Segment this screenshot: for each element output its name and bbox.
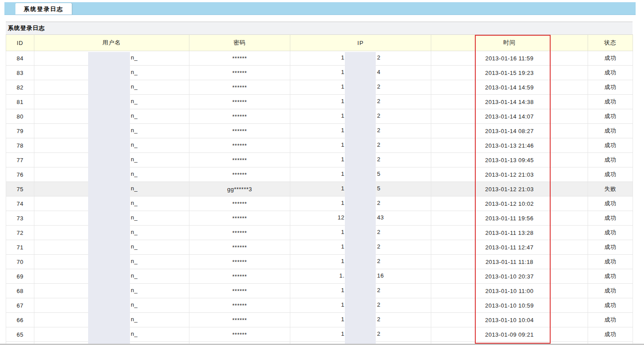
top-tab-bar: 系统登录日志 (4, 2, 636, 15)
username-visible-text: n_ (131, 153, 137, 166)
cell-status: 成功 (588, 51, 633, 66)
cell-password: ****** (189, 284, 290, 298)
ip-prefix-text: 1 (341, 298, 344, 312)
cell-status: 成功 (588, 269, 633, 284)
ip-suffix-text: 16 (377, 269, 384, 282)
cell-status: 成功 (588, 95, 633, 109)
ip-suffix-text: 2 (377, 240, 381, 253)
table-header-row: ID用户名密码IP时间状态 (6, 35, 633, 51)
cell-status: 成功 (588, 226, 633, 240)
cell-status: 成功 (588, 153, 633, 167)
ip-prefix-text: 1 (341, 197, 344, 210)
cell-id: 73 (6, 211, 34, 226)
cell-ip: 12 (290, 124, 431, 138)
ip-suffix-text: 2 (377, 327, 381, 341)
cell-time: 2013-01-10 20:37 (431, 269, 588, 284)
login-log-panel: 系统登录日志 ID用户名密码IP时间状态 84n_******122013-01… (6, 22, 633, 345)
cell-password: gg******3 (189, 182, 290, 197)
table-row: 77n_******122013-01-13 09:45成功 (6, 153, 633, 167)
cell-id: 82 (6, 80, 34, 95)
ip-suffix-text: 2 (377, 255, 381, 268)
username-visible-text: n_ (131, 109, 137, 122)
cell-time: 2013-01-13 09:45 (431, 153, 588, 167)
cell-time: 2013-01-11 13:28 (431, 226, 588, 240)
cell-time: 2013-01-12 21:03 (431, 167, 588, 182)
cell-username: n_ (34, 95, 189, 109)
ip-prefix-text: 1 (341, 124, 344, 137)
username-visible-text: n_ (131, 51, 137, 64)
cell-password: ****** (189, 80, 290, 95)
cell-password: ****** (189, 95, 290, 109)
username-visible-text: n_ (131, 240, 137, 253)
username-visible-text: n_ (131, 182, 137, 195)
login-log-table: ID用户名密码IP时间状态 84n_******122013-01-16 11:… (6, 34, 633, 345)
table-row: 70n_******122013-01-11 11:18成功 (6, 255, 633, 269)
ip-prefix-text: 1 (341, 284, 344, 297)
cell-time: 2013-01-09 09:21 (431, 327, 588, 342)
cell-status: 成功 (588, 167, 633, 182)
cell-ip: 12 (290, 298, 431, 313)
cell-ip: 12 (290, 153, 431, 167)
cell-status: 成功 (588, 211, 633, 226)
column-header-username: 用户名 (34, 35, 189, 51)
cell-username: n_ (34, 226, 189, 240)
ip-prefix-text: 1 (341, 109, 344, 122)
table-row: 68n_******122013-01-10 11:00成功 (6, 284, 633, 298)
cell-username: n_ (34, 124, 189, 138)
ip-suffix-text: 2 (377, 80, 381, 93)
cell-username: n_ (34, 240, 189, 255)
cell-username: n_ (34, 313, 189, 327)
cell-password: ****** (189, 138, 290, 153)
cell-time: 2013-01-12 10:02 (431, 197, 588, 211)
ip-prefix-text: 1 (341, 153, 344, 166)
cell-id: 66 (6, 313, 34, 327)
tab-system-login-log[interactable]: 系统登录日志 (15, 3, 72, 15)
table-row: 74n_******122013-01-12 10:02成功 (6, 197, 633, 211)
cell-ip: 1.16 (290, 269, 431, 284)
cell-time: 2013-01-14 08:27 (431, 124, 588, 138)
cell-password: ****** (189, 211, 290, 226)
cell-ip: 14 (290, 66, 431, 80)
column-header-ip: IP (290, 35, 431, 51)
ip-suffix-text: 2 (377, 197, 381, 210)
cell-time: 2013-01-14 14:38 (431, 95, 588, 109)
cell-id: 77 (6, 153, 34, 167)
username-visible-text: n_ (131, 255, 137, 268)
table-row: 82n_******122013-01-14 14:59成功 (6, 80, 633, 95)
cell-status: 成功 (588, 284, 633, 298)
cell-username: n_ (34, 255, 189, 269)
cell-ip: 1243 (290, 211, 431, 226)
cell-ip: 15 (290, 182, 431, 197)
cell-time: 2013-01-10 10:04 (431, 313, 588, 327)
cell-status: 成功 (588, 66, 633, 80)
cell-time: 2013-01-12 21:03 (431, 182, 588, 197)
cell-id: 67 (6, 298, 34, 313)
table-row: 79n_******122013-01-14 08:27成功 (6, 124, 633, 138)
username-visible-text: n_ (131, 269, 137, 282)
cell-id: 68 (6, 284, 34, 298)
ip-suffix-text: 2 (377, 138, 381, 152)
ip-prefix-text: 1 (341, 95, 344, 108)
cell-id: 72 (6, 226, 34, 240)
cell-status: 成功 (588, 197, 633, 211)
cell-time: 2013-01-10 10:59 (431, 298, 588, 313)
cell-id: 84 (6, 51, 34, 66)
cell-username: n_ (34, 153, 189, 167)
table-row: 67n_******122013-01-10 10:59成功 (6, 298, 633, 313)
column-header-status: 状态 (588, 35, 633, 51)
cell-ip: 12 (290, 109, 431, 124)
cell-password: ****** (189, 298, 290, 313)
ip-prefix-text: 1. (339, 269, 344, 282)
ip-prefix-text: 1 (341, 226, 344, 239)
cell-ip: 12 (290, 327, 431, 342)
cell-time: 2013-01-14 14:07 (431, 109, 588, 124)
column-header-time: 时间 (431, 35, 588, 51)
cell-time: 2013-01-11 12:47 (431, 240, 588, 255)
username-visible-text: n_ (131, 66, 137, 79)
username-visible-text: n_ (131, 80, 137, 93)
cell-status: 成功 (588, 80, 633, 95)
cell-ip: 12 (290, 284, 431, 298)
ip-suffix-text: 43 (377, 211, 384, 224)
section-title: 系统登录日志 (6, 22, 633, 34)
ip-suffix-text: 2 (377, 153, 381, 166)
